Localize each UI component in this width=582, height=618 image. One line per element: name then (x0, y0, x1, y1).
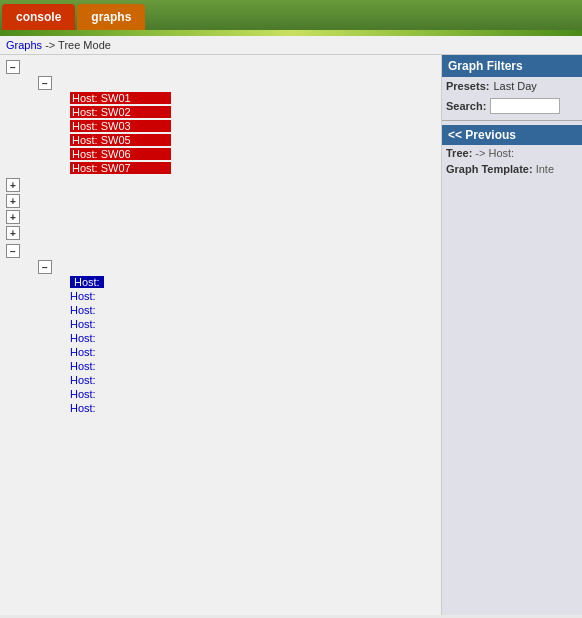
list-item: Host: SW03 (0, 119, 441, 133)
list-item: Host: (0, 373, 441, 387)
list-item: Host: (0, 331, 441, 345)
host-sw03-link[interactable]: Host: SW03 (70, 120, 171, 132)
expander-root2[interactable]: + (6, 178, 20, 192)
host-bottom-9-link[interactable]: Host: (70, 388, 96, 400)
list-item: Host: (0, 275, 441, 289)
host-bottom-2-link[interactable]: Host: (70, 290, 96, 302)
tree-node-root6: − (0, 243, 441, 259)
list-item: Host: (0, 401, 441, 415)
host-bottom-4-link[interactable]: Host: (70, 318, 96, 330)
expander-root5[interactable]: + (6, 226, 20, 240)
tree-info-row: Tree: -> Host: (442, 145, 582, 161)
tree-node-root5: + (0, 225, 441, 241)
host-sw07-link[interactable]: Host: SW07 (70, 162, 171, 174)
search-row: Search: (442, 95, 582, 117)
search-input[interactable] (490, 98, 560, 114)
expander-root4[interactable]: + (6, 210, 20, 224)
expander-root1[interactable]: − (6, 60, 20, 74)
divider1 (442, 120, 582, 121)
graph-template-label: Graph Template: (446, 163, 533, 175)
host-sw05-link[interactable]: Host: SW05 (70, 134, 171, 146)
host-sw01-link[interactable]: Host: SW01 (70, 92, 171, 104)
expander-sub2[interactable]: − (38, 260, 52, 274)
list-item: Host: (0, 303, 441, 317)
presets-value: Last Day (493, 80, 536, 92)
host-sw06-link[interactable]: Host: SW06 (70, 148, 171, 160)
tree-value: -> Host: (475, 147, 514, 159)
breadcrumb-link[interactable]: Graphs (6, 39, 42, 51)
main-layout: − − Host: SW01 Host: SW02 Host: SW03 Hos… (0, 55, 582, 615)
tree-label: Tree: (446, 147, 472, 159)
expander-root6[interactable]: − (6, 244, 20, 258)
tree-node-sub2: − (0, 259, 441, 275)
tab-console[interactable]: console (2, 4, 75, 30)
breadcrumb: Graphs -> Tree Mode (0, 36, 582, 55)
list-item: Host: SW02 (0, 105, 441, 119)
host-bottom-8-link[interactable]: Host: (70, 374, 96, 386)
list-item: Host: (0, 387, 441, 401)
right-panel: Graph Filters Presets: Last Day Search: … (442, 55, 582, 615)
list-item: Host: (0, 317, 441, 331)
list-item: Host: SW01 (0, 91, 441, 105)
tree-panel: − − Host: SW01 Host: SW02 Host: SW03 Hos… (0, 55, 442, 615)
tree-node-root1: − (0, 59, 441, 75)
list-item: Host: (0, 345, 441, 359)
filter-header: Graph Filters (442, 55, 582, 77)
host-bottom-7-link[interactable]: Host: (70, 360, 96, 372)
host-bottom-6-link[interactable]: Host: (70, 346, 96, 358)
list-item: Host: (0, 289, 441, 303)
previous-button[interactable]: << Previous (442, 125, 582, 145)
host-bottom-3-link[interactable]: Host: (70, 304, 96, 316)
graph-template-row: Graph Template: Inte (442, 161, 582, 177)
tree-node-root4: + (0, 209, 441, 225)
tree-node-root2: + (0, 177, 441, 193)
host-bottom-10-link[interactable]: Host: (70, 402, 96, 414)
host-sw02-link[interactable]: Host: SW02 (70, 106, 171, 118)
expander-root3[interactable]: + (6, 194, 20, 208)
tab-graphs[interactable]: graphs (77, 4, 145, 30)
presets-label: Presets: (446, 80, 489, 92)
tree-node-root3: + (0, 193, 441, 209)
tree-node-sub1: − (0, 75, 441, 91)
list-item: Host: SW07 (0, 161, 441, 175)
host-bottom-5-link[interactable]: Host: (70, 332, 96, 344)
list-item: Host: SW06 (0, 147, 441, 161)
host-bottom-1-link[interactable]: Host: (70, 276, 104, 288)
list-item: Host: SW05 (0, 133, 441, 147)
presets-row: Presets: Last Day (442, 77, 582, 95)
list-item: Host: (0, 359, 441, 373)
graph-template-value: Inte (536, 163, 554, 175)
search-label: Search: (446, 100, 486, 112)
expander-sub1[interactable]: − (38, 76, 52, 90)
tab-bar: console graphs (0, 0, 582, 30)
breadcrumb-current: Tree Mode (58, 39, 111, 51)
